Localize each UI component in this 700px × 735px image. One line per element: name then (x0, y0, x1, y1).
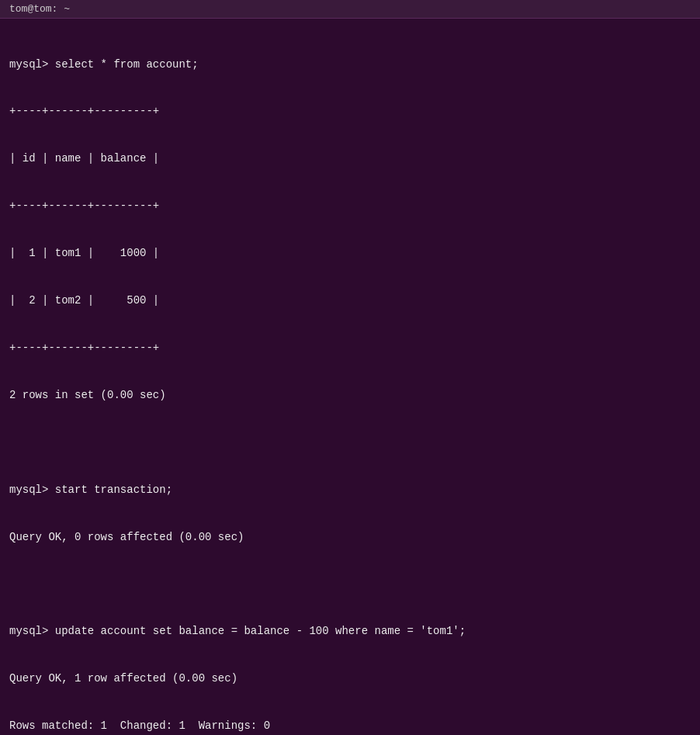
row1a-line: | 1 | tom1 | 1000 | (9, 245, 691, 261)
cmd1-line: mysql> select * from account; (9, 57, 691, 72)
border1c-line: +----+------+---------+ (9, 340, 691, 355)
row1b-line: | 2 | tom2 | 500 | (9, 293, 691, 308)
title-bar: tom@tom: ~ (0, 0, 700, 19)
title-text: tom@tom: ~ (9, 3, 70, 15)
terminal-body: mysql> select * from account; +----+----… (0, 19, 700, 735)
res3a-line: Query OK, 1 row affected (0.00 sec) (9, 671, 691, 686)
blank1-line (9, 435, 691, 450)
result1-line: 2 rows in set (0.00 sec) (9, 387, 691, 403)
cmd3-line: mysql> update account set balance = bala… (9, 623, 691, 639)
blank2-line (9, 576, 691, 591)
border1a-line: +----+------+---------+ (9, 103, 691, 119)
res2-line: Query OK, 0 rows affected (0.00 sec) (9, 529, 691, 545)
cmd2-line: mysql> start transaction; (9, 482, 691, 498)
res3b-line: Rows matched: 1 Changed: 1 Warnings: 0 (9, 718, 691, 733)
border1b-line: +----+------+---------+ (9, 198, 691, 213)
header1-line: | id | name | balance | (9, 151, 691, 166)
